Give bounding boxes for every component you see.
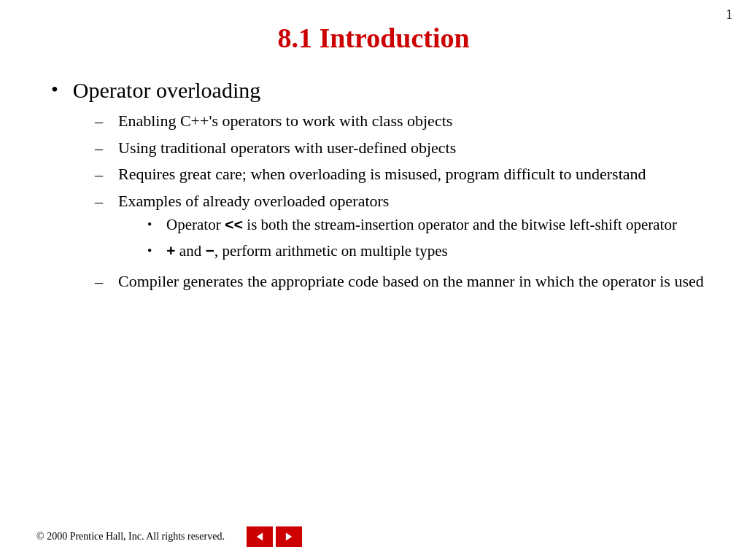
sub-sub-list: • Operator << is both the stream-inserti… <box>147 214 677 262</box>
top-level-text: Operator overloading <box>73 76 260 104</box>
dash-icon-3: – <box>95 165 108 186</box>
dash-icon-4: – <box>95 192 108 213</box>
sub-item-4: – Examples of already overloaded operato… <box>95 190 711 266</box>
sub-item-5: – Compiler generates the appropriate cod… <box>95 271 711 293</box>
sub-text-2: Using traditional operators with user-de… <box>118 137 456 159</box>
dash-icon-2: – <box>95 139 108 160</box>
slide-title: 8.1 Introduction <box>36 22 711 54</box>
bullet-small-1: • <box>147 217 158 233</box>
nav-buttons <box>247 526 302 547</box>
page-number: 1 <box>726 7 732 23</box>
sub-item-2: – Using traditional operators with user-… <box>95 137 711 160</box>
svg-marker-0 <box>257 532 263 540</box>
sub-sub-item-1: • Operator << is both the stream-inserti… <box>147 214 677 236</box>
sub-item-1: – Enabling C++'s operators to work with … <box>95 110 711 133</box>
top-level-item: • Operator overloading <box>51 76 711 104</box>
code-plus: + <box>166 244 176 260</box>
sub-sub-text-2: + and −, perform arithmetic on multiple … <box>166 241 448 262</box>
sub-sub-text-1: Operator << is both the stream-insertion… <box>166 214 677 236</box>
dash-icon-5: – <box>95 272 108 293</box>
code-operator-lt: << <box>225 217 243 234</box>
sub-text-3: Requires great care; when overloading is… <box>118 163 646 185</box>
bullet-large: • <box>51 77 58 102</box>
dash-icon-1: – <box>95 112 108 133</box>
next-icon <box>284 532 294 542</box>
prev-icon <box>255 532 265 542</box>
sub-text-4: Examples of already overloaded operators <box>118 192 389 210</box>
footer: © 2000 Prentice Hall, Inc. All rights re… <box>0 526 747 547</box>
content-area: • Operator overloading – Enabling C++'s … <box>51 76 711 293</box>
next-button[interactable] <box>276 526 302 547</box>
sub-text-5: Compiler generates the appropriate code … <box>118 271 704 292</box>
sub-sub-item-2: • + and −, perform arithmetic on multipl… <box>147 241 677 262</box>
sub-text-1: Enabling C++'s operators to work with cl… <box>118 110 452 132</box>
prev-button[interactable] <box>247 526 273 547</box>
sub-item-3: – Requires great care; when overloading … <box>95 163 711 186</box>
code-minus: − <box>205 244 214 260</box>
copyright-text: © 2000 Prentice Hall, Inc. All rights re… <box>36 531 225 542</box>
sub-list: – Enabling C++'s operators to work with … <box>95 110 711 293</box>
sub-item-4-content: Examples of already overloaded operators… <box>118 190 677 266</box>
slide: 1 8.1 Introduction • Operator overloadin… <box>0 0 747 560</box>
bullet-small-2: • <box>147 243 158 260</box>
svg-marker-1 <box>286 532 292 540</box>
